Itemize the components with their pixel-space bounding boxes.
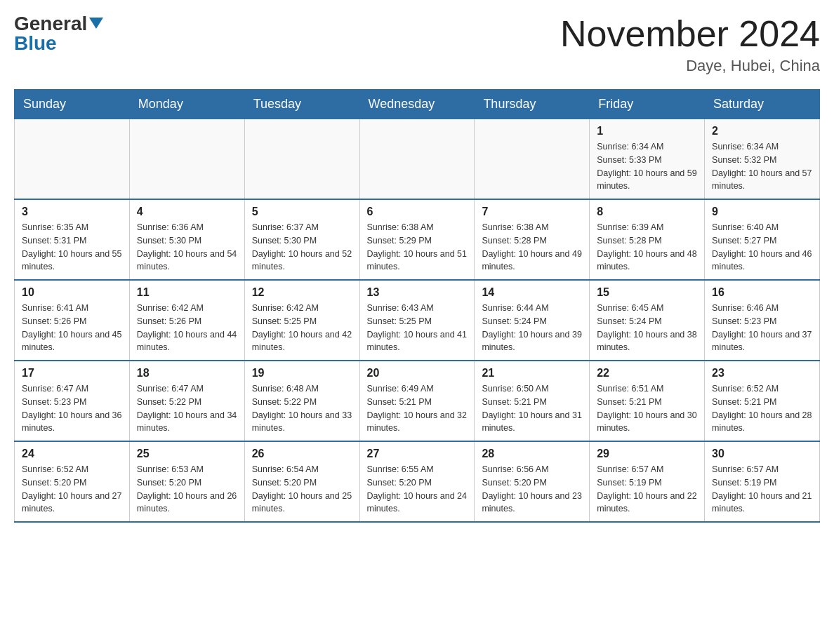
logo-triangle-icon — [89, 18, 103, 29]
calendar-cell: 20Sunrise: 6:49 AMSunset: 5:21 PMDayligh… — [359, 361, 475, 441]
day-info: Sunrise: 6:48 AMSunset: 5:22 PMDaylight:… — [252, 382, 352, 435]
day-info: Sunrise: 6:56 AMSunset: 5:20 PMDaylight:… — [482, 463, 582, 516]
day-info: Sunrise: 6:38 AMSunset: 5:28 PMDaylight:… — [482, 221, 582, 274]
calendar-cell: 17Sunrise: 6:47 AMSunset: 5:23 PMDayligh… — [15, 361, 130, 441]
calendar-week-row: 1Sunrise: 6:34 AMSunset: 5:33 PMDaylight… — [15, 119, 820, 200]
day-info: Sunrise: 6:39 AMSunset: 5:28 PMDaylight:… — [597, 221, 697, 274]
day-number: 11 — [137, 286, 237, 299]
calendar-cell: 30Sunrise: 6:57 AMSunset: 5:19 PMDayligh… — [705, 441, 820, 522]
day-number: 9 — [712, 206, 812, 218]
calendar-cell: 21Sunrise: 6:50 AMSunset: 5:21 PMDayligh… — [475, 361, 590, 441]
day-number: 23 — [712, 367, 812, 380]
day-info: Sunrise: 6:45 AMSunset: 5:24 PMDaylight:… — [597, 302, 697, 354]
day-number: 28 — [482, 448, 582, 460]
calendar-cell: 27Sunrise: 6:55 AMSunset: 5:20 PMDayligh… — [359, 441, 475, 522]
logo-general-text: General — [14, 14, 87, 34]
calendar-cell: 8Sunrise: 6:39 AMSunset: 5:28 PMDaylight… — [590, 199, 705, 280]
month-title: November 2024 — [560, 14, 820, 54]
calendar-cell: 11Sunrise: 6:42 AMSunset: 5:26 PMDayligh… — [129, 280, 244, 361]
calendar-day-header: Sunday — [15, 90, 130, 119]
calendar-cell: 6Sunrise: 6:38 AMSunset: 5:29 PMDaylight… — [359, 199, 475, 280]
day-info: Sunrise: 6:34 AMSunset: 5:32 PMDaylight:… — [712, 140, 812, 193]
day-info: Sunrise: 6:42 AMSunset: 5:26 PMDaylight:… — [137, 302, 237, 354]
calendar-cell: 15Sunrise: 6:45 AMSunset: 5:24 PMDayligh… — [590, 280, 705, 361]
day-number: 4 — [137, 206, 237, 218]
calendar-week-row: 3Sunrise: 6:35 AMSunset: 5:31 PMDaylight… — [15, 199, 820, 280]
day-info: Sunrise: 6:54 AMSunset: 5:20 PMDaylight:… — [252, 463, 352, 516]
calendar-cell: 22Sunrise: 6:51 AMSunset: 5:21 PMDayligh… — [590, 361, 705, 441]
day-info: Sunrise: 6:37 AMSunset: 5:30 PMDaylight:… — [252, 221, 352, 274]
calendar-cell: 23Sunrise: 6:52 AMSunset: 5:21 PMDayligh… — [705, 361, 820, 441]
logo-blue-text: Blue — [14, 34, 57, 53]
day-number: 30 — [712, 448, 812, 460]
day-number: 6 — [367, 206, 468, 218]
day-info: Sunrise: 6:44 AMSunset: 5:24 PMDaylight:… — [482, 302, 582, 354]
calendar-cell: 5Sunrise: 6:37 AMSunset: 5:30 PMDaylight… — [244, 199, 359, 280]
day-info: Sunrise: 6:34 AMSunset: 5:33 PMDaylight:… — [597, 140, 697, 193]
day-info: Sunrise: 6:52 AMSunset: 5:21 PMDaylight:… — [712, 382, 812, 435]
day-number: 21 — [482, 367, 582, 380]
calendar-week-row: 24Sunrise: 6:52 AMSunset: 5:20 PMDayligh… — [15, 441, 820, 522]
day-number: 16 — [712, 286, 812, 299]
calendar-day-header: Monday — [129, 90, 244, 119]
day-info: Sunrise: 6:55 AMSunset: 5:20 PMDaylight:… — [367, 463, 468, 516]
calendar-cell: 19Sunrise: 6:48 AMSunset: 5:22 PMDayligh… — [244, 361, 359, 441]
day-info: Sunrise: 6:42 AMSunset: 5:25 PMDaylight:… — [252, 302, 352, 354]
calendar-cell — [359, 119, 475, 200]
day-number: 7 — [482, 206, 582, 218]
calendar-cell: 26Sunrise: 6:54 AMSunset: 5:20 PMDayligh… — [244, 441, 359, 522]
calendar-table: SundayMondayTuesdayWednesdayThursdayFrid… — [14, 89, 820, 523]
calendar-week-row: 17Sunrise: 6:47 AMSunset: 5:23 PMDayligh… — [15, 361, 820, 441]
calendar-week-row: 10Sunrise: 6:41 AMSunset: 5:26 PMDayligh… — [15, 280, 820, 361]
logo: General Blue — [14, 14, 103, 53]
calendar-cell: 29Sunrise: 6:57 AMSunset: 5:19 PMDayligh… — [590, 441, 705, 522]
title-section: November 2024 Daye, Hubei, China — [560, 14, 820, 75]
day-info: Sunrise: 6:51 AMSunset: 5:21 PMDaylight:… — [597, 382, 697, 435]
day-number: 17 — [22, 367, 122, 380]
day-number: 29 — [597, 448, 697, 460]
calendar-cell: 9Sunrise: 6:40 AMSunset: 5:27 PMDaylight… — [705, 199, 820, 280]
day-number: 26 — [252, 448, 352, 460]
day-number: 8 — [597, 206, 697, 218]
calendar-cell: 7Sunrise: 6:38 AMSunset: 5:28 PMDaylight… — [475, 199, 590, 280]
day-info: Sunrise: 6:43 AMSunset: 5:25 PMDaylight:… — [367, 302, 468, 354]
day-info: Sunrise: 6:40 AMSunset: 5:27 PMDaylight:… — [712, 221, 812, 274]
day-number: 19 — [252, 367, 352, 380]
calendar-cell: 2Sunrise: 6:34 AMSunset: 5:32 PMDaylight… — [705, 119, 820, 200]
day-number: 10 — [22, 286, 122, 299]
day-number: 12 — [252, 286, 352, 299]
day-info: Sunrise: 6:38 AMSunset: 5:29 PMDaylight:… — [367, 221, 468, 274]
location-text: Daye, Hubei, China — [560, 57, 820, 75]
day-info: Sunrise: 6:41 AMSunset: 5:26 PMDaylight:… — [22, 302, 122, 354]
calendar-cell: 1Sunrise: 6:34 AMSunset: 5:33 PMDaylight… — [590, 119, 705, 200]
day-number: 1 — [597, 125, 697, 137]
day-info: Sunrise: 6:57 AMSunset: 5:19 PMDaylight:… — [597, 463, 697, 516]
calendar-cell: 24Sunrise: 6:52 AMSunset: 5:20 PMDayligh… — [15, 441, 130, 522]
day-info: Sunrise: 6:57 AMSunset: 5:19 PMDaylight:… — [712, 463, 812, 516]
day-number: 27 — [367, 448, 468, 460]
calendar-day-header: Tuesday — [244, 90, 359, 119]
day-info: Sunrise: 6:50 AMSunset: 5:21 PMDaylight:… — [482, 382, 582, 435]
day-number: 5 — [252, 206, 352, 218]
day-number: 22 — [597, 367, 697, 380]
calendar-cell — [244, 119, 359, 200]
calendar-day-header: Thursday — [475, 90, 590, 119]
day-info: Sunrise: 6:52 AMSunset: 5:20 PMDaylight:… — [22, 463, 122, 516]
day-number: 13 — [367, 286, 468, 299]
calendar-cell — [475, 119, 590, 200]
day-number: 2 — [712, 125, 812, 137]
calendar-cell — [129, 119, 244, 200]
calendar-day-header: Saturday — [705, 90, 820, 119]
day-number: 20 — [367, 367, 468, 380]
day-number: 25 — [137, 448, 237, 460]
calendar-cell: 4Sunrise: 6:36 AMSunset: 5:30 PMDaylight… — [129, 199, 244, 280]
calendar-cell: 18Sunrise: 6:47 AMSunset: 5:22 PMDayligh… — [129, 361, 244, 441]
day-info: Sunrise: 6:35 AMSunset: 5:31 PMDaylight:… — [22, 221, 122, 274]
day-info: Sunrise: 6:36 AMSunset: 5:30 PMDaylight:… — [137, 221, 237, 274]
calendar-header-row: SundayMondayTuesdayWednesdayThursdayFrid… — [15, 90, 820, 119]
calendar-cell: 12Sunrise: 6:42 AMSunset: 5:25 PMDayligh… — [244, 280, 359, 361]
calendar-cell: 14Sunrise: 6:44 AMSunset: 5:24 PMDayligh… — [475, 280, 590, 361]
calendar-cell: 10Sunrise: 6:41 AMSunset: 5:26 PMDayligh… — [15, 280, 130, 361]
calendar-cell: 28Sunrise: 6:56 AMSunset: 5:20 PMDayligh… — [475, 441, 590, 522]
day-info: Sunrise: 6:53 AMSunset: 5:20 PMDaylight:… — [137, 463, 237, 516]
